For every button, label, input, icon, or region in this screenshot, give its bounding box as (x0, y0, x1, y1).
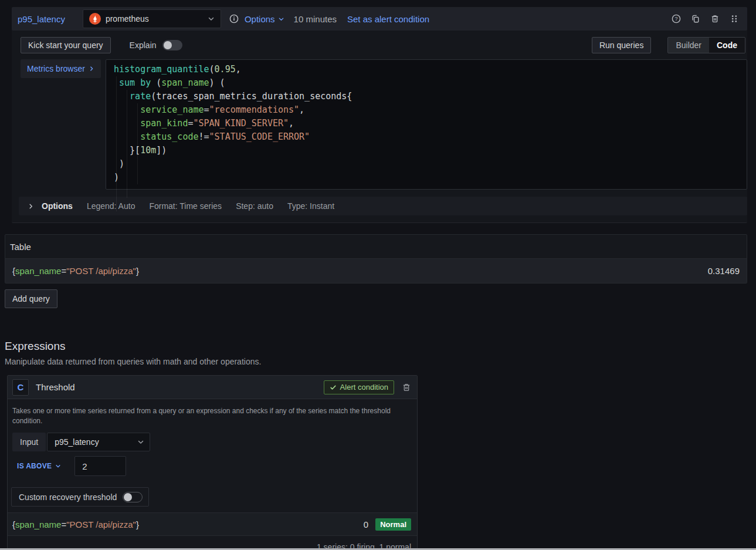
result-value: 0 (364, 519, 368, 529)
query-editor-area: Metrics browser histogram_quantile(0.95,… (21, 59, 747, 190)
alert-condition-badge[interactable]: Alert condition (324, 380, 394, 394)
explain-toggle[interactable] (162, 40, 182, 50)
table-panel: Table {span_name="POST /api/pizza"} 0.31… (5, 234, 747, 284)
query-card: p95_latency prometheus Options 10 mi (12, 7, 747, 223)
trash-icon[interactable] (710, 14, 720, 23)
help-icon[interactable]: ? (672, 14, 681, 23)
threshold-description: Takes one or more time series returned f… (12, 406, 396, 426)
recovery-threshold-toggle[interactable] (123, 492, 143, 502)
add-query-button[interactable]: Add query (5, 289, 57, 308)
indent-guide (116, 76, 117, 211)
run-queries-button[interactable]: Run queries (592, 37, 652, 53)
mode-builder-option[interactable]: Builder (668, 38, 709, 53)
threshold-condition-row: IS ABOVE 2 (17, 456, 417, 476)
toggle-knob (124, 493, 132, 501)
threshold-value-input[interactable]: 2 (74, 456, 126, 476)
table-row[interactable]: {span_name="POST /api/pizza"} 0.31469 (5, 259, 747, 283)
expressions-section: Expressions Manipulate data returned fro… (5, 340, 756, 550)
query-toolbar: Kick start your query Explain Run querie… (21, 37, 745, 53)
threshold-expression-card: C Threshold Alert condition Takes one or… (7, 375, 418, 550)
expression-type-title: Threshold (36, 382, 75, 392)
custom-recovery-threshold: Custom recovery threshold (11, 487, 149, 507)
query-options-row[interactable]: Options Legend: Auto Format: Time series… (19, 197, 747, 215)
info-icon (229, 14, 239, 23)
chevron-right-icon (89, 66, 94, 72)
table-panel-title: Table (5, 235, 747, 259)
metric-label-tokens: {span_name="POST /api/pizza"} (12, 266, 139, 276)
datasource-picker[interactable]: prometheus (83, 9, 221, 28)
kick-start-query-button[interactable]: Kick start your query (21, 37, 111, 53)
metrics-browser-button[interactable]: Metrics browser (21, 59, 101, 78)
query-options-dropdown[interactable]: Options (245, 14, 284, 24)
state-badge: Normal (375, 518, 411, 531)
option-legend: Legend: Auto (87, 201, 135, 211)
query-options-label: Options (245, 14, 275, 24)
option-step: Step: auto (236, 201, 273, 211)
promql-code-editor[interactable]: histogram_quantile(0.95, sum by (span_na… (106, 59, 747, 190)
chevron-down-icon (278, 16, 284, 22)
prometheus-icon (89, 13, 101, 25)
check-icon (330, 384, 337, 391)
expressions-subtitle: Manipulate data returned from queries wi… (5, 357, 756, 366)
chevron-down-icon (137, 438, 144, 446)
condition-select[interactable]: IS ABOVE (17, 462, 61, 470)
query-name-link[interactable]: p95_latency (18, 14, 65, 24)
condition-label: IS ABOVE (17, 462, 52, 470)
copy-icon[interactable] (691, 14, 700, 23)
drag-handle-icon[interactable] (730, 14, 739, 23)
threshold-card-header: C Threshold Alert condition (8, 376, 417, 399)
table-row-value: 0.31469 (708, 266, 740, 276)
promql-code: histogram_quantile(0.95, sum by (span_na… (114, 63, 747, 184)
option-format: Format: Time series (149, 201, 222, 211)
option-type: Type: Instant (287, 201, 334, 211)
input-query-select[interactable]: p95_latency (47, 433, 150, 451)
mode-code-option[interactable]: Code (709, 38, 745, 53)
set-alert-condition-link[interactable]: Set as alert condition (347, 14, 429, 24)
grafana-alert-query-editor: p95_latency prometheus Options 10 mi (0, 0, 756, 550)
query-header-bar: p95_latency prometheus Options 10 mi (12, 7, 747, 31)
svg-text:?: ? (674, 16, 677, 22)
recovery-threshold-label: Custom recovery threshold (19, 492, 117, 502)
toggle-knob (164, 41, 172, 49)
time-range-label: 10 minutes (294, 14, 337, 24)
indent-guide (137, 103, 138, 184)
query-header-actions: ? (672, 14, 739, 23)
chevron-down-icon (55, 463, 61, 469)
input-query-value: p95_latency (55, 437, 99, 447)
explain-label: Explain (130, 41, 157, 50)
editor-mode-group: Builder Code (667, 37, 745, 53)
indent-guide (127, 90, 127, 198)
threshold-input-row: Input p95_latency (12, 433, 417, 451)
chevron-right-icon (28, 203, 34, 210)
trash-icon[interactable] (402, 383, 411, 392)
threshold-result-row[interactable]: {span_name="POST /api/pizza"} 0 Normal (8, 512, 417, 536)
expression-ref-badge[interactable]: C (12, 379, 29, 396)
alert-condition-label: Alert condition (340, 383, 388, 392)
chevron-down-icon (208, 15, 215, 22)
metric-label-tokens: {span_name="POST /api/pizza"} (12, 519, 139, 529)
options-row-title: Options (42, 201, 73, 211)
expressions-title: Expressions (5, 340, 756, 353)
metrics-browser-label: Metrics browser (27, 64, 85, 73)
input-label: Input (12, 433, 46, 451)
datasource-name: prometheus (106, 14, 149, 23)
